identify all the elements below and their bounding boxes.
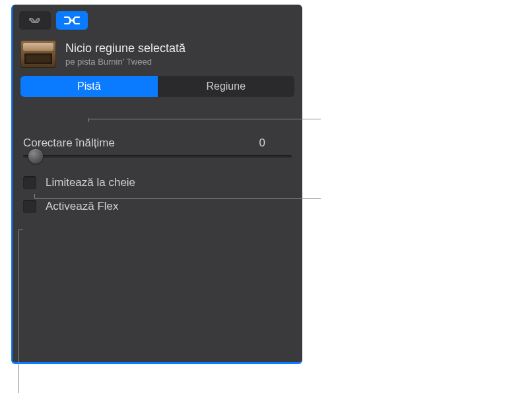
limit-to-key-label: Limitează la cheie — [46, 176, 135, 189]
header-row: Nicio regiune selectată pe pista Burnin'… — [13, 35, 302, 76]
limit-to-key-checkbox[interactable] — [23, 176, 36, 189]
segmented-control: Pistă Regiune — [20, 76, 294, 97]
merge-arrows-icon — [63, 15, 81, 26]
enable-flex-label: Activează Flex — [46, 200, 119, 213]
tab-track[interactable]: Pistă — [20, 76, 158, 97]
header-subtitle: pe pista Burnin' Tweed — [65, 57, 185, 67]
toolbar — [13, 5, 302, 35]
enable-flex-checkbox[interactable] — [23, 200, 36, 213]
callout-line — [88, 119, 321, 119]
infinity-icon — [26, 15, 44, 26]
pitch-correction-slider-container — [13, 155, 302, 171]
pitch-correction-label: Corectare înălțime — [23, 137, 115, 150]
header-text: Nicio regiune selectată pe pista Burnin'… — [65, 42, 185, 67]
pitch-correction-slider[interactable] — [23, 155, 292, 158]
limit-to-key-row: Limitează la cheie — [13, 171, 302, 195]
slider-thumb[interactable] — [28, 149, 43, 164]
pitch-correction-row: Corectare înălțime 0 — [13, 105, 302, 155]
callout-line — [18, 230, 19, 393]
inspector-panel: Nicio regiune selectată pe pista Burnin'… — [11, 5, 302, 364]
callout-line — [18, 230, 23, 230]
track-thumbnail — [20, 40, 56, 68]
callout-line — [34, 198, 321, 199]
header-title: Nicio regiune selectată — [65, 42, 185, 55]
tab-region[interactable]: Regiune — [158, 76, 295, 97]
merge-toggle-button[interactable] — [56, 11, 88, 30]
pitch-correction-value: 0 — [259, 137, 265, 150]
loop-toggle-button[interactable] — [19, 11, 51, 30]
